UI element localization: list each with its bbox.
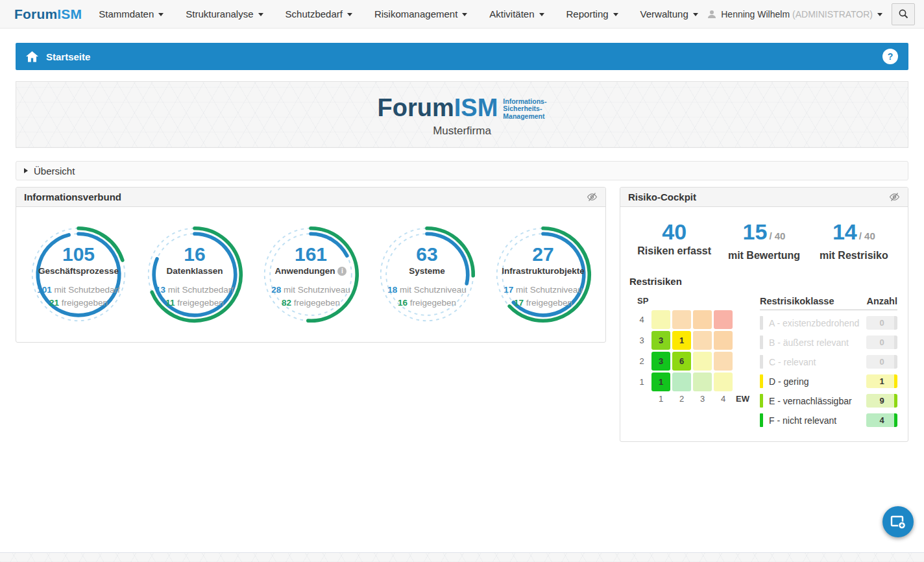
gauge-anwendungen[interactable]: 161Anwendungen i28 mit Schutzniveau82 fr… (256, 225, 365, 324)
matrix-cell-sp2-ew3 (693, 352, 712, 371)
gauge-stat1: 28 mit Schutzniveau (256, 284, 365, 297)
risiko-cockpit-header: Risiko-Cockpit (620, 188, 908, 207)
top-navbar: ForumISM StammdatenStrukturanalyseSchutz… (0, 0, 924, 29)
app-logo[interactable]: ForumISM (14, 6, 82, 22)
caret-down-icon (877, 13, 882, 16)
risk-legend: Restrisikoklasse Anzahl A - existenzbedr… (760, 296, 897, 427)
hide-panel-button[interactable] (889, 192, 900, 202)
gauge-stat1: 101 mit Schutzbedarf (24, 284, 133, 297)
matrix-cell-sp1-ew4 (714, 373, 733, 391)
user-menu[interactable]: Henning Wilhelm (ADMINISTRATOR) (707, 9, 882, 19)
overview-label: Übersicht (34, 165, 75, 177)
matrix-col-label: 4 (714, 394, 733, 404)
matrix-cell-sp4-ew2 (672, 310, 691, 329)
matrix-cell-sp3-ew1[interactable]: 3 (651, 331, 670, 350)
matrix-cell-sp3-ew4 (714, 331, 733, 350)
legend-row-e: E - vernachlässigbar9 (760, 394, 897, 408)
gauge-datenklassen[interactable]: 16Datenklassen13 mit Schutzbedarf11 frei… (140, 225, 249, 324)
nav-item-stammdaten[interactable]: Stammdaten (99, 8, 164, 19)
home-icon[interactable] (26, 51, 38, 62)
matrix-y-axis-label: SP (637, 296, 749, 306)
caret-down-icon (158, 13, 164, 16)
help-button[interactable]: ? (882, 49, 898, 64)
nav-item-schutzbedarf[interactable]: Schutzbedarf (286, 8, 352, 19)
matrix-row-label: 2 (635, 356, 649, 366)
gauge-systeme[interactable]: 63Systeme18 mit Schutzniveau16 freigegeb… (372, 225, 481, 324)
app-logo-part1: Forum (14, 6, 57, 21)
risk-stat-risiken-erfasst: 40Risiken erfasst (629, 220, 719, 262)
stat-total: / 40 (859, 230, 875, 241)
legend-row-b: B - äußerst relevant0 (760, 336, 897, 349)
legend-label: E - vernachlässigbar (769, 396, 852, 406)
gauge-stat2: 11 freigegeben (140, 297, 249, 310)
search-button[interactable] (892, 3, 915, 25)
matrix-cell-sp2-ew1[interactable]: 3 (651, 352, 670, 371)
caret-down-icon (693, 13, 698, 16)
legend-color-bar (760, 336, 763, 349)
user-role: (ADMINISTRATOR) (792, 9, 873, 19)
matrix-cell-sp3-ew2[interactable]: 1 (672, 331, 691, 350)
legend-count: 0 (879, 318, 884, 328)
matrix-cell-sp3-ew3 (693, 331, 712, 350)
legend-label: F - nicht relevant (769, 415, 836, 426)
nav-item-verwaltung[interactable]: Verwaltung (640, 8, 698, 19)
nav-item-label: Strukturanalyse (186, 8, 253, 19)
matrix-row-label: 3 (635, 336, 649, 345)
gauge-label: Anwendungen i (256, 265, 365, 278)
info-icon[interactable]: i (337, 267, 346, 276)
caret-down-icon (613, 13, 618, 16)
matrix-col-label: 3 (693, 394, 712, 404)
legend-row-d: D - gering1 (760, 374, 897, 388)
gauge-infrastrukturobjekte[interactable]: 27Infrastrukturobjekte17 mit Schutznivea… (489, 225, 598, 324)
count-badge: 0 (866, 336, 897, 349)
nav-item-label: Verwaltung (640, 8, 688, 19)
badge-edge (894, 355, 897, 369)
caret-down-icon (539, 13, 544, 16)
count-badge: 0 (866, 316, 897, 330)
legend-count: 1 (879, 376, 884, 386)
help-icon: ? (888, 51, 894, 62)
nav-item-label: Schutzbedarf (286, 8, 343, 19)
matrix-cell-sp4-ew3 (693, 310, 712, 329)
gauges-row: 105Geschäftsprozesse101 mit Schutzbedarf… (16, 207, 605, 342)
legend-color-bar (760, 394, 763, 408)
risk-stats-row: 40Risiken erfasst15/ 40mit Bewertung14/ … (629, 220, 899, 262)
badge-edge (894, 394, 897, 408)
legend-color-bar (760, 374, 763, 388)
gauge-text: 105Geschäftsprozesse101 mit Schutzbedarf… (24, 225, 133, 324)
informationsverbund-title: Informationsverbund (24, 191, 121, 202)
company-name: Musterfirma (433, 125, 491, 138)
caret-down-icon (462, 13, 467, 16)
matrix-col-label: 2 (672, 394, 691, 404)
stat-label: mit Restrisiko (809, 250, 899, 262)
matrix-cell-sp1-ew1[interactable]: 1 (651, 373, 670, 391)
gauge-stat2: 16 freigegeben (372, 297, 481, 310)
nav-item-strukturanalyse[interactable]: Strukturanalyse (186, 8, 263, 19)
add-task-fab[interactable] (882, 506, 914, 537)
overview-toggle[interactable]: Übersicht (16, 161, 908, 180)
hide-panel-button[interactable] (587, 192, 598, 202)
nav-item-reporting[interactable]: Reporting (566, 8, 618, 19)
gauge-text: 63Systeme18 mit Schutzniveau16 freigegeb… (372, 225, 481, 324)
risk-stat-mit-restrisiko: 14/ 40mit Restrisiko (809, 220, 899, 262)
nav-item-label: Aktivitäten (489, 8, 534, 19)
nav-item-risikomanagement[interactable]: Risikomanagement (374, 8, 467, 19)
gauge-label: Geschäftsprozesse (24, 265, 133, 278)
matrix-row-label: 4 (635, 315, 649, 324)
matrix-cell-sp2-ew2[interactable]: 6 (672, 352, 691, 371)
count-badge: 1 (866, 374, 897, 388)
gauge-geschaftsprozesse[interactable]: 105Geschäftsprozesse101 mit Schutzbedarf… (24, 225, 133, 324)
page-header-bar: Startseite ? (16, 43, 908, 70)
stat-total: / 40 (769, 230, 785, 241)
legend-label: A - existenzbedrohend (769, 318, 859, 328)
gauge-value: 27 (489, 244, 598, 265)
gauge-label: Systeme (372, 265, 481, 278)
caret-down-icon (347, 13, 352, 16)
risk-stat-mit-bewertung: 15/ 40mit Bewertung (719, 220, 808, 262)
matrix-cell-sp1-ew3 (693, 373, 712, 391)
nav-item-label: Stammdaten (99, 8, 154, 19)
badge-edge (894, 374, 897, 388)
nav-item-aktivitaten[interactable]: Aktivitäten (489, 8, 544, 19)
risiko-cockpit-panel: Risiko-Cockpit 40Risiken erfasst15/ 40mi… (620, 187, 908, 442)
stat-label: mit Bewertung (719, 250, 808, 262)
